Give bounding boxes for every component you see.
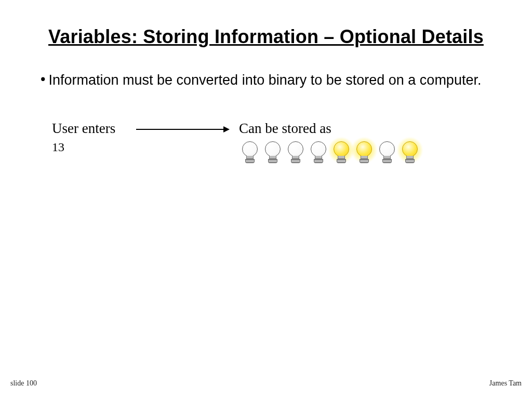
bulb-off-icon <box>308 139 329 165</box>
bulb-off-icon <box>239 139 261 165</box>
author-name: James Tam <box>489 379 522 388</box>
slide-number: slide 100 <box>10 379 37 388</box>
slide: Variables: Storing Information – Optiona… <box>0 0 532 399</box>
bullet-point: •Information must be converted into bina… <box>41 72 501 89</box>
bulb-off-icon <box>285 139 307 165</box>
user-enters-value: 13 <box>52 140 64 154</box>
bulb-off-icon <box>376 139 398 165</box>
bulb-row <box>239 139 421 165</box>
user-enters-label: User enters <box>52 121 115 137</box>
stored-as-label: Can be stored as <box>239 121 331 137</box>
bullet-marker: • <box>41 72 45 87</box>
bulb-on-icon <box>353 139 375 165</box>
arrow-icon <box>136 127 230 131</box>
slide-title: Variables: Storing Information – Optiona… <box>0 26 532 48</box>
bulb-on-icon <box>330 139 352 165</box>
bulb-off-icon <box>262 139 284 165</box>
bullet-text: Information must be converted into binar… <box>48 72 481 88</box>
bulb-on-icon <box>399 139 421 165</box>
